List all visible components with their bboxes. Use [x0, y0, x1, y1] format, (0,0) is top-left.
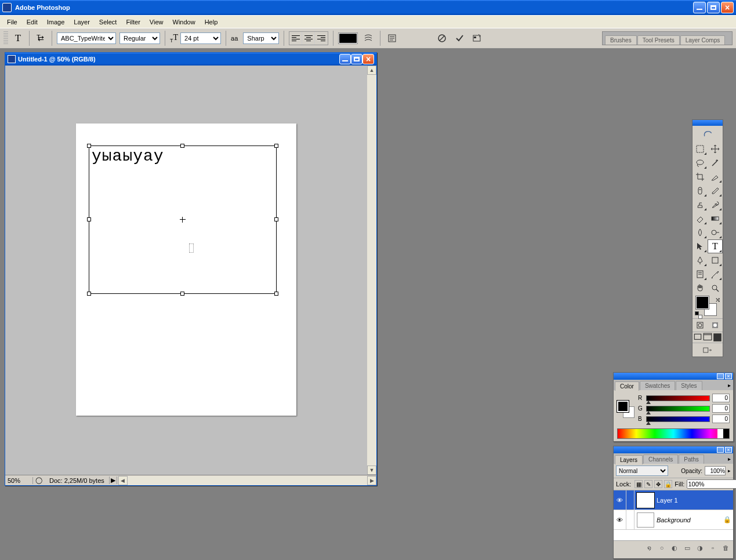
tab-channels[interactable]: Channels [643, 454, 678, 464]
text-color-swatch[interactable] [338, 32, 358, 44]
dodge-tool[interactable] [708, 226, 723, 239]
resize-handle-e[interactable] [274, 217, 278, 221]
g-input[interactable] [712, 404, 730, 413]
text-orientation-button[interactable]: ⇄T [34, 32, 47, 45]
toolbox-grip[interactable] [693, 120, 723, 126]
adjustment-layer-button[interactable]: ◑ [694, 543, 706, 553]
vertical-scrollbar[interactable]: ▲ ▼ [367, 66, 376, 475]
notes-tool[interactable] [693, 267, 708, 281]
menu-window[interactable]: Window [168, 17, 200, 27]
r-input[interactable] [712, 394, 730, 402]
scroll-right-button[interactable]: ▶ [367, 476, 376, 485]
brush-tool[interactable] [708, 184, 723, 198]
warp-text-button[interactable] [361, 31, 375, 45]
panel-close-button[interactable]: × [725, 373, 732, 379]
hand-tool[interactable] [693, 281, 708, 295]
layer-row[interactable]: Background 🔒 [614, 510, 733, 530]
clone-stamp-tool[interactable] [693, 198, 708, 212]
healing-brush-tool[interactable] [693, 184, 708, 198]
antialias-select[interactable]: Sharp [243, 32, 279, 44]
eyedropper-tool[interactable] [708, 267, 723, 281]
standard-mode-button[interactable] [693, 319, 708, 332]
blur-tool[interactable] [693, 226, 708, 239]
screen-full-button[interactable] [713, 332, 723, 343]
jump-to-imageready-button[interactable] [693, 343, 723, 357]
resize-handle-s[interactable] [180, 292, 184, 296]
tab-swatches[interactable]: Swatches [640, 381, 675, 390]
zoom-field[interactable]: 50% [5, 477, 33, 484]
screen-standard-button[interactable] [693, 332, 702, 343]
menu-image[interactable]: Image [42, 17, 70, 27]
tab-layers[interactable]: Layers [615, 455, 643, 464]
shape-tool[interactable] [708, 253, 723, 267]
doc-close-button[interactable]: × [362, 54, 374, 64]
new-layer-button[interactable]: ▫ [707, 543, 719, 553]
blend-mode-select[interactable]: Normal [616, 466, 668, 476]
grip-icon[interactable] [3, 31, 8, 45]
eraser-tool[interactable] [693, 212, 708, 226]
menu-layer[interactable]: Layer [69, 17, 95, 27]
menu-edit[interactable]: Edit [22, 17, 42, 27]
history-brush-tool[interactable] [708, 198, 723, 212]
color-panel-grip[interactable]: _ × [614, 373, 733, 380]
layer-thumbnail[interactable] [637, 512, 654, 528]
lock-pixels-button[interactable]: ✎ [644, 480, 652, 488]
resize-handle-se[interactable] [274, 292, 278, 296]
scroll-up-button[interactable]: ▲ [367, 66, 376, 75]
swap-colors-button[interactable]: ⤭ [715, 296, 720, 304]
file-browser-button[interactable] [470, 31, 484, 45]
doc-maximize-button[interactable] [351, 54, 362, 64]
resize-handle-sw[interactable] [87, 292, 91, 296]
panel-minimize-button[interactable]: _ [717, 447, 724, 453]
move-tool[interactable] [708, 142, 723, 156]
document-titlebar[interactable]: Untitled-1 @ 50% (RGB/8) × [5, 53, 376, 66]
doc-minimize-button[interactable] [339, 54, 351, 64]
canvas[interactable]: уыаыуау [76, 123, 296, 416]
visibility-toggle[interactable] [614, 490, 626, 510]
r-slider[interactable] [646, 395, 710, 401]
resize-handle-n[interactable] [180, 144, 184, 148]
horizontal-scrollbar[interactable]: ◀ ▶ [118, 476, 376, 485]
align-center-button[interactable] [302, 32, 315, 45]
marquee-tool[interactable] [693, 142, 708, 156]
menu-filter[interactable]: Filter [121, 17, 144, 27]
link-toggle[interactable] [626, 510, 635, 529]
resize-handle-w[interactable] [87, 217, 91, 221]
opacity-flyout[interactable]: ▸ [728, 468, 731, 474]
color-fgbg[interactable] [617, 401, 635, 418]
transform-center-icon[interactable] [180, 217, 186, 223]
link-layers-button[interactable]: ໑ [643, 543, 655, 553]
photoshop-logo-icon[interactable] [693, 126, 723, 142]
scroll-left-button[interactable]: ◀ [118, 476, 128, 485]
scroll-down-button[interactable]: ▼ [367, 466, 376, 475]
character-panel-button[interactable] [385, 31, 399, 45]
quickmask-mode-button[interactable] [708, 319, 723, 332]
lasso-tool[interactable] [693, 156, 708, 170]
resize-handle-ne[interactable] [274, 144, 278, 148]
font-size-select[interactable]: 24 pt [180, 32, 221, 44]
delete-layer-button[interactable]: 🗑 [720, 543, 731, 553]
lock-transparency-button[interactable]: ▦ [635, 480, 643, 488]
maximize-button[interactable] [707, 2, 720, 13]
default-colors-button[interactable] [695, 311, 701, 317]
menu-view[interactable]: View [145, 17, 168, 27]
path-selection-tool[interactable] [693, 239, 708, 253]
new-set-button[interactable]: ▭ [681, 543, 693, 553]
commit-edit-button[interactable] [452, 31, 466, 45]
g-slider[interactable] [646, 406, 710, 412]
panel-close-button[interactable]: × [725, 447, 732, 453]
menu-select[interactable]: Select [95, 17, 122, 27]
font-family-select[interactable]: ABC_TypeWriter... [57, 32, 116, 44]
lock-position-button[interactable]: ✥ [654, 480, 662, 488]
tab-color[interactable]: Color [615, 381, 639, 391]
crop-tool[interactable] [693, 170, 708, 184]
minimize-button[interactable] [693, 2, 706, 13]
menu-help[interactable]: Help [200, 17, 223, 27]
gradient-tool[interactable] [708, 212, 723, 226]
layer-name[interactable]: Background [657, 517, 722, 523]
slice-tool[interactable] [708, 170, 723, 184]
menu-file[interactable]: File [2, 17, 22, 27]
b-slider[interactable] [646, 416, 710, 422]
lock-all-button[interactable]: 🔒 [664, 480, 672, 488]
align-right-button[interactable] [315, 32, 328, 45]
